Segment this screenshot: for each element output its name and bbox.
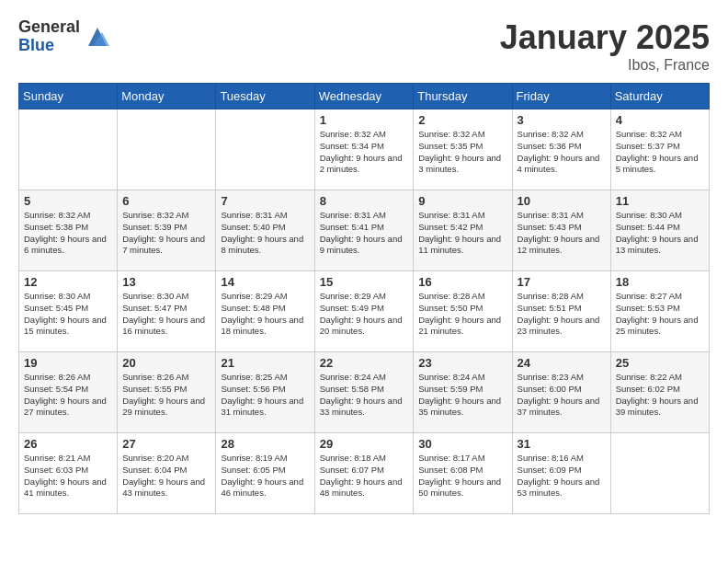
day-number: 9 [418,194,506,208]
day-info: Sunrise: 8:22 AM Sunset: 6:02 PM Dayligh… [616,372,704,419]
day-info: Sunrise: 8:31 AM Sunset: 5:41 PM Dayligh… [320,210,409,257]
calendar-cell: 29Sunrise: 8:18 AM Sunset: 6:07 PM Dayli… [314,433,414,514]
day-info: Sunrise: 8:27 AM Sunset: 5:53 PM Dayligh… [616,291,704,338]
day-info: Sunrise: 8:29 AM Sunset: 5:48 PM Dayligh… [221,291,309,338]
calendar-cell: 22Sunrise: 8:24 AM Sunset: 5:58 PM Dayli… [314,352,414,433]
day-number: 28 [221,437,309,451]
day-info: Sunrise: 8:31 AM Sunset: 5:43 PM Dayligh… [518,210,606,257]
logo-general: General [18,18,80,37]
day-info: Sunrise: 8:32 AM Sunset: 5:39 PM Dayligh… [122,210,210,257]
calendar-week-row: 19Sunrise: 8:26 AM Sunset: 5:54 PM Dayli… [19,352,710,433]
calendar-cell: 4Sunrise: 8:32 AM Sunset: 5:37 PM Daylig… [610,109,709,190]
day-info: Sunrise: 8:30 AM Sunset: 5:47 PM Dayligh… [122,291,210,338]
day-info: Sunrise: 8:25 AM Sunset: 5:56 PM Dayligh… [221,372,309,419]
header: General Blue January 2025 Ibos, France [18,18,710,74]
calendar-cell: 2Sunrise: 8:32 AM Sunset: 5:35 PM Daylig… [414,109,512,190]
day-number: 2 [418,113,506,127]
day-info: Sunrise: 8:32 AM Sunset: 5:35 PM Dayligh… [418,129,506,176]
logo-icon [84,23,111,51]
logo-text: General Blue [18,18,80,55]
day-number: 7 [221,194,309,208]
calendar-week-row: 1Sunrise: 8:32 AM Sunset: 5:34 PM Daylig… [19,109,710,190]
day-number: 16 [418,275,506,289]
logo: General Blue [18,18,111,55]
calendar-header-row: SundayMondayTuesdayWednesdayThursdayFrid… [19,84,710,109]
day-info: Sunrise: 8:32 AM Sunset: 5:38 PM Dayligh… [24,210,112,257]
day-number: 18 [616,275,704,289]
calendar-cell: 3Sunrise: 8:32 AM Sunset: 5:36 PM Daylig… [512,109,610,190]
day-info: Sunrise: 8:18 AM Sunset: 6:07 PM Dayligh… [320,453,409,500]
day-number: 15 [320,275,409,289]
calendar-cell: 28Sunrise: 8:19 AM Sunset: 6:05 PM Dayli… [216,433,314,514]
day-info: Sunrise: 8:26 AM Sunset: 5:54 PM Dayligh… [24,372,112,419]
day-header-saturday: Saturday [610,84,709,109]
day-info: Sunrise: 8:31 AM Sunset: 5:40 PM Dayligh… [221,210,309,257]
title-block: January 2025 Ibos, France [500,18,710,74]
calendar-cell: 5Sunrise: 8:32 AM Sunset: 5:38 PM Daylig… [19,190,118,271]
day-header-thursday: Thursday [414,84,512,109]
calendar-cell: 24Sunrise: 8:23 AM Sunset: 6:00 PM Dayli… [512,352,610,433]
day-info: Sunrise: 8:29 AM Sunset: 5:49 PM Dayligh… [320,291,409,338]
calendar-cell: 21Sunrise: 8:25 AM Sunset: 5:56 PM Dayli… [216,352,314,433]
day-number: 12 [24,275,112,289]
calendar-cell: 11Sunrise: 8:30 AM Sunset: 5:44 PM Dayli… [610,190,709,271]
day-info: Sunrise: 8:17 AM Sunset: 6:08 PM Dayligh… [418,453,506,500]
calendar-cell [118,109,216,190]
day-info: Sunrise: 8:21 AM Sunset: 6:03 PM Dayligh… [24,453,112,500]
calendar-cell [216,109,314,190]
day-header-monday: Monday [118,84,216,109]
day-info: Sunrise: 8:30 AM Sunset: 5:44 PM Dayligh… [616,210,704,257]
day-number: 21 [221,356,309,370]
calendar-week-row: 5Sunrise: 8:32 AM Sunset: 5:38 PM Daylig… [19,190,710,271]
calendar-cell: 1Sunrise: 8:32 AM Sunset: 5:34 PM Daylig… [314,109,414,190]
day-header-tuesday: Tuesday [216,84,314,109]
calendar-cell: 15Sunrise: 8:29 AM Sunset: 5:49 PM Dayli… [314,271,414,352]
day-info: Sunrise: 8:31 AM Sunset: 5:42 PM Dayligh… [418,210,506,257]
day-info: Sunrise: 8:32 AM Sunset: 5:37 PM Dayligh… [616,129,704,176]
day-number: 30 [418,437,506,451]
day-number: 3 [518,113,606,127]
calendar-cell: 10Sunrise: 8:31 AM Sunset: 5:43 PM Dayli… [512,190,610,271]
day-number: 4 [616,113,704,127]
day-header-friday: Friday [512,84,610,109]
calendar-cell: 25Sunrise: 8:22 AM Sunset: 6:02 PM Dayli… [610,352,709,433]
day-info: Sunrise: 8:32 AM Sunset: 5:34 PM Dayligh… [320,129,409,176]
location: Ibos, France [500,57,710,74]
calendar-cell [19,109,118,190]
day-number: 14 [221,275,309,289]
calendar-cell: 18Sunrise: 8:27 AM Sunset: 5:53 PM Dayli… [610,271,709,352]
day-number: 23 [418,356,506,370]
day-info: Sunrise: 8:28 AM Sunset: 5:51 PM Dayligh… [518,291,606,338]
day-number: 13 [122,275,210,289]
day-info: Sunrise: 8:28 AM Sunset: 5:50 PM Dayligh… [418,291,506,338]
calendar-week-row: 12Sunrise: 8:30 AM Sunset: 5:45 PM Dayli… [19,271,710,352]
calendar-cell: 12Sunrise: 8:30 AM Sunset: 5:45 PM Dayli… [19,271,118,352]
day-info: Sunrise: 8:24 AM Sunset: 5:59 PM Dayligh… [418,372,506,419]
day-number: 20 [122,356,210,370]
calendar-table: SundayMondayTuesdayWednesdayThursdayFrid… [18,83,710,514]
calendar-cell: 16Sunrise: 8:28 AM Sunset: 5:50 PM Dayli… [414,271,512,352]
logo-blue: Blue [18,37,80,55]
day-number: 25 [616,356,704,370]
day-number: 31 [518,437,606,451]
day-number: 27 [122,437,210,451]
day-info: Sunrise: 8:32 AM Sunset: 5:36 PM Dayligh… [518,129,606,176]
day-header-sunday: Sunday [19,84,118,109]
day-number: 6 [122,194,210,208]
calendar-cell: 27Sunrise: 8:20 AM Sunset: 6:04 PM Dayli… [118,433,216,514]
day-number: 19 [24,356,112,370]
calendar-cell: 19Sunrise: 8:26 AM Sunset: 5:54 PM Dayli… [19,352,118,433]
day-number: 24 [518,356,606,370]
day-info: Sunrise: 8:26 AM Sunset: 5:55 PM Dayligh… [122,372,210,419]
day-info: Sunrise: 8:30 AM Sunset: 5:45 PM Dayligh… [24,291,112,338]
day-number: 10 [518,194,606,208]
calendar-cell: 30Sunrise: 8:17 AM Sunset: 6:08 PM Dayli… [414,433,512,514]
calendar-cell: 17Sunrise: 8:28 AM Sunset: 5:51 PM Dayli… [512,271,610,352]
calendar-cell: 13Sunrise: 8:30 AM Sunset: 5:47 PM Dayli… [118,271,216,352]
calendar-cell: 31Sunrise: 8:16 AM Sunset: 6:09 PM Dayli… [512,433,610,514]
day-header-wednesday: Wednesday [314,84,414,109]
calendar-cell: 8Sunrise: 8:31 AM Sunset: 5:41 PM Daylig… [314,190,414,271]
day-number: 5 [24,194,112,208]
calendar-cell: 23Sunrise: 8:24 AM Sunset: 5:59 PM Dayli… [414,352,512,433]
day-info: Sunrise: 8:24 AM Sunset: 5:58 PM Dayligh… [320,372,409,419]
